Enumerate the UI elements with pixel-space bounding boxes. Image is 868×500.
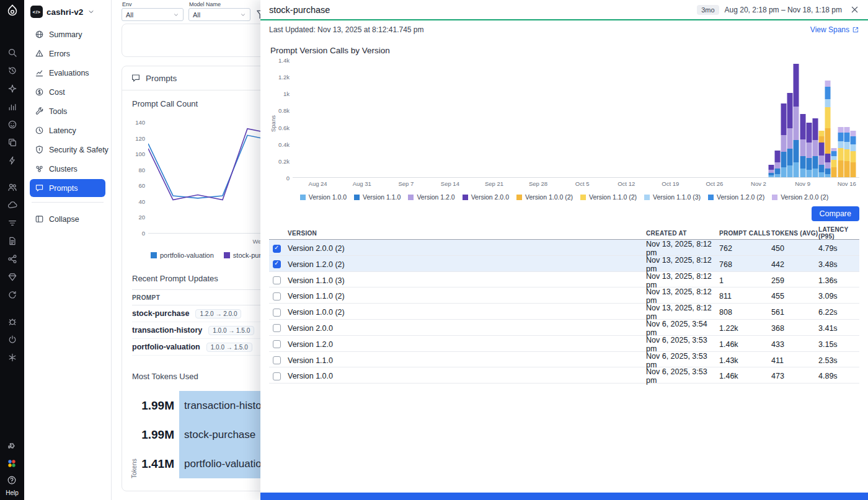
feedback-smile-icon[interactable] xyxy=(7,120,17,129)
stacked-bar[interactable] xyxy=(831,148,837,177)
power-icon[interactable] xyxy=(7,335,17,344)
sidebar-item-evaluations[interactable]: Evaluations xyxy=(30,64,105,82)
filter-select[interactable]: All xyxy=(122,8,184,21)
lightning-icon[interactable] xyxy=(7,156,17,165)
copy-icon[interactable] xyxy=(7,138,17,147)
row-checkbox[interactable] xyxy=(273,372,281,380)
bar-segment xyxy=(825,162,831,169)
stacked-bar[interactable] xyxy=(838,127,843,177)
help-question-icon[interactable] xyxy=(7,475,17,485)
cluster-icon xyxy=(35,164,44,173)
row-checkbox[interactable] xyxy=(273,309,281,317)
legend-swatch xyxy=(463,195,468,200)
stacked-bar[interactable] xyxy=(825,81,831,177)
row-checkbox[interactable] xyxy=(273,324,281,332)
column-header[interactable]: LATENCY (P95) xyxy=(818,226,859,240)
row-checkbox[interactable] xyxy=(273,276,281,284)
legend-item[interactable]: Version 1.1.0 xyxy=(354,193,401,201)
document-icon[interactable] xyxy=(7,236,17,246)
asterisk-icon[interactable] xyxy=(7,353,17,362)
view-spans-link[interactable]: View Spans xyxy=(810,25,859,34)
refresh-icon[interactable] xyxy=(7,290,17,300)
version-row[interactable]: Version 1.2.0 (2)Nov 13, 2025, 8:12 pm76… xyxy=(269,256,859,272)
row-checkbox[interactable] xyxy=(273,245,281,253)
bar-segment xyxy=(800,114,805,139)
stacked-bar[interactable] xyxy=(850,131,856,177)
globe-icon xyxy=(35,30,44,39)
stacked-bar[interactable] xyxy=(768,165,774,177)
legend-item[interactable]: Version 1.2.0 xyxy=(408,193,454,201)
column-header[interactable]: CREATED AT xyxy=(646,230,719,237)
sidebar-item-errors[interactable]: Errors xyxy=(30,45,105,63)
version-row[interactable]: Version 1.2.0Nov 6, 2025, 3:53 pm1.46k43… xyxy=(269,336,859,352)
row-checkbox[interactable] xyxy=(273,292,281,300)
search-icon[interactable] xyxy=(7,48,17,58)
close-icon[interactable] xyxy=(850,5,859,14)
sidebar-item-prompts[interactable]: Prompts xyxy=(30,179,105,197)
version-row[interactable]: Version 1.1.0Nov 6, 2025, 3:53 pm1.43k41… xyxy=(269,352,859,368)
version-row[interactable]: Version 1.1.0 (2)Nov 13, 2025, 8:12 pm81… xyxy=(269,287,859,304)
version-row[interactable]: Version 1.0.0Nov 6, 2025, 3:53 pm1.46k47… xyxy=(269,367,859,384)
project-switcher[interactable]: </> cashri-v2 xyxy=(24,0,111,23)
time-range-badge[interactable]: 3mo xyxy=(697,5,719,15)
history-icon[interactable] xyxy=(7,66,17,76)
help-label[interactable]: Help xyxy=(6,489,19,496)
legend-item[interactable]: Version 1.2.0 (2) xyxy=(708,193,764,201)
row-checkbox[interactable] xyxy=(273,340,281,348)
sparkle-icon[interactable] xyxy=(7,84,17,94)
version-row[interactable]: Version 2.0.0 (2)Nov 13, 2025, 8:12 pm76… xyxy=(269,240,859,256)
compare-button[interactable]: Compare xyxy=(812,206,859,221)
y-tick-label: 0 xyxy=(286,175,290,182)
app-logo-icon[interactable] xyxy=(4,3,20,19)
sidebar-collapse-button[interactable]: Collapse xyxy=(30,210,105,228)
sidebar-item-tools[interactable]: Tools xyxy=(30,102,105,120)
bug-icon[interactable] xyxy=(7,317,17,327)
cloud-icon[interactable] xyxy=(7,200,17,210)
x-tick-label: Nov 9 xyxy=(795,180,810,187)
sidebar-item-security-safety[interactable]: Security & Safety xyxy=(30,141,105,159)
sidebar-item-summary[interactable]: Summary xyxy=(30,25,105,43)
stacked-bar[interactable] xyxy=(774,151,780,177)
bar-segment xyxy=(768,165,774,170)
column-header[interactable]: VERSION xyxy=(288,230,646,237)
filter-lines-icon[interactable] xyxy=(7,218,17,228)
version-row[interactable]: Version 1.0.0 (2)Nov 13, 2025, 8:12 pm80… xyxy=(269,304,859,320)
legend-item[interactable]: Version 1.0.0 xyxy=(300,193,347,201)
sidebar-item-cost[interactable]: Cost xyxy=(30,83,105,101)
bar-segment xyxy=(844,142,849,149)
legend-item[interactable]: Version 1.1.0 (2) xyxy=(580,193,637,201)
legend-item[interactable]: Version 1.1.0 (3) xyxy=(644,193,701,201)
column-header[interactable]: TOKENS (AVG) xyxy=(771,230,818,237)
version-row[interactable]: Version 1.1.0 (3)Nov 13, 2025, 8:12 pm12… xyxy=(269,272,859,288)
legend-label: Version 1.2.0 (2) xyxy=(717,193,764,201)
panel-title: stock-purchase xyxy=(269,5,330,15)
integrations-logo-icon[interactable] xyxy=(7,458,17,468)
legend-item[interactable]: Version 2.0.0 (2) xyxy=(772,193,828,201)
bar-chart-icon[interactable] xyxy=(7,102,17,112)
stacked-bar[interactable] xyxy=(800,114,805,177)
stacked-bar[interactable] xyxy=(806,123,812,177)
legend-item[interactable]: Version 1.0.0 (2) xyxy=(516,193,573,201)
stacked-bar[interactable] xyxy=(844,127,849,177)
sidebar-item-latency[interactable]: Latency xyxy=(30,121,105,139)
app-root: Help </> cashri-v2 SummaryErrorsEvaluati… xyxy=(0,0,868,500)
filter-select[interactable]: All xyxy=(188,8,250,21)
users-icon[interactable] xyxy=(7,182,17,192)
stacked-bar[interactable] xyxy=(781,103,787,177)
version-row[interactable]: Version 2.0.0Nov 6, 2025, 3:54 pm1.22k36… xyxy=(269,320,859,336)
sidebar-item-clusters[interactable]: Clusters xyxy=(30,160,105,178)
legend-item[interactable]: portfolio-valuation xyxy=(151,252,214,259)
share-nodes-icon[interactable] xyxy=(7,254,17,264)
stacked-bar[interactable] xyxy=(794,64,799,177)
stacked-bar[interactable] xyxy=(819,131,825,177)
stacked-bar[interactable] xyxy=(787,93,793,177)
legend-item[interactable]: Version 2.0.0 xyxy=(463,193,509,201)
row-checkbox[interactable] xyxy=(273,260,281,268)
stacked-bar[interactable] xyxy=(812,118,818,177)
gem-icon[interactable] xyxy=(7,272,17,282)
puzzle-icon[interactable] xyxy=(7,442,17,452)
column-header[interactable]: PROMPT CALLS xyxy=(719,230,771,237)
row-checkbox[interactable] xyxy=(273,356,281,364)
time-range-text[interactable]: Aug 20, 2:18 pm – Nov 18, 1:18 pm xyxy=(725,6,842,14)
legend-label: Version 1.1.0 xyxy=(363,193,401,201)
